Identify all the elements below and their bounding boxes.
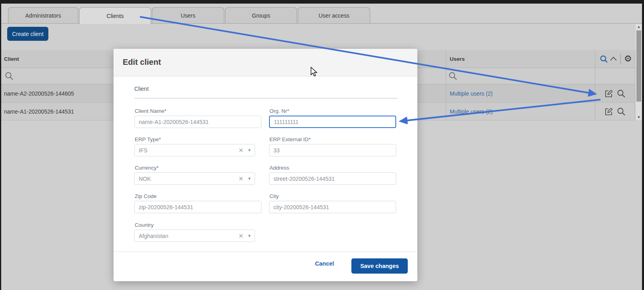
column-header-users[interactable]: Users <box>450 50 465 68</box>
clear-selection-icon[interactable]: ✕ <box>239 175 244 182</box>
field-label: Address <box>269 165 289 171</box>
field-label: ERP External ID* <box>269 136 311 142</box>
column-divider <box>595 50 595 120</box>
save-changes-button[interactable]: Save changes <box>351 258 408 274</box>
erp-external-id-input[interactable] <box>269 144 396 156</box>
dropdown-caret-icon[interactable]: ▼ <box>247 176 251 181</box>
field-org-nr: Org. Nr* <box>269 116 396 128</box>
field-erp-external-id: ERP External ID* <box>269 144 396 156</box>
field-address: Address <box>269 172 396 185</box>
address-input[interactable] <box>269 172 396 185</box>
client-name-cell: name-A1-20200526-144531 <box>4 103 74 120</box>
tab-users[interactable]: Users <box>152 7 224 23</box>
tab-label: Clients <box>107 13 124 19</box>
table-search-icon[interactable] <box>600 55 608 63</box>
dialog-title: Edit client <box>123 58 161 67</box>
tab-administrators[interactable]: Administrators <box>8 7 78 23</box>
scroll-down-icon[interactable]: ▼ <box>636 114 642 120</box>
scrollbar-thumb[interactable] <box>636 30 641 102</box>
multiple-users-link[interactable]: Multiple users (2) <box>450 90 492 97</box>
users-filter-search-icon[interactable] <box>449 68 457 84</box>
field-currency: Currency* NOK ✕ ▼ <box>134 172 255 185</box>
tab-groups[interactable]: Groups <box>225 7 297 23</box>
tab-label: User access <box>319 12 349 19</box>
city-input[interactable] <box>269 201 396 213</box>
field-client-name: Client Name* <box>134 116 261 128</box>
org-nr-input[interactable] <box>269 116 396 128</box>
window-top-edge <box>0 0 644 4</box>
table-right-edge <box>635 50 635 120</box>
window-right-edge <box>642 0 644 290</box>
section-divider <box>134 98 397 98</box>
field-city: City <box>269 201 396 213</box>
view-client-icon[interactable] <box>617 89 626 98</box>
tab-label: Groups <box>252 12 270 19</box>
header-icon-divider <box>620 54 621 64</box>
collapse-chevron-up-icon[interactable] <box>610 56 617 61</box>
app-window: Administrators Clients Users Groups User… <box>0 0 644 290</box>
edit-client-icon[interactable] <box>604 107 613 116</box>
selected-value: IFS <box>139 147 239 154</box>
client-filter-search-icon[interactable] <box>5 68 14 84</box>
field-label: ERP Type* <box>135 136 161 142</box>
field-label: Currency* <box>135 165 159 171</box>
client-name-input[interactable] <box>134 116 261 128</box>
field-zip-code: Zip Code <box>134 201 261 213</box>
tab-user-access[interactable]: User access <box>298 7 370 23</box>
erp-type-select[interactable]: IFS ✕ ▼ <box>134 144 255 156</box>
field-label: Country <box>135 222 154 228</box>
column-header-client[interactable]: Client <box>4 50 19 68</box>
country-select[interactable]: Afghanistan ✕ ▼ <box>134 230 255 242</box>
field-label: City <box>269 193 279 199</box>
selected-value: Afghanistan <box>139 233 239 239</box>
dropdown-caret-icon[interactable]: ▼ <box>247 234 251 238</box>
field-label: Zip Code <box>135 193 157 199</box>
dialog-header: Edit client <box>114 49 417 76</box>
field-label: Client Name* <box>135 108 167 114</box>
scroll-up-icon[interactable]: ▲ <box>636 24 642 30</box>
multiple-users-link[interactable]: Multiple users (2) <box>450 108 492 115</box>
view-client-icon[interactable] <box>617 107 626 116</box>
clear-selection-icon[interactable]: ✕ <box>239 232 244 240</box>
cancel-button[interactable]: Cancel <box>313 260 337 267</box>
zip-code-input[interactable] <box>134 201 261 213</box>
vertical-scrollbar[interactable]: ▲ ▼ <box>636 24 642 120</box>
client-name-cell: name-A2-20200526-144605 <box>4 84 74 102</box>
tab-label: Users <box>181 12 195 19</box>
create-client-button[interactable]: Create client <box>7 27 48 41</box>
dropdown-caret-icon[interactable]: ▼ <box>247 148 251 152</box>
field-country: Country Afghanistan ✕ ▼ <box>134 230 255 242</box>
table-settings-gear-icon[interactable]: ⚙ <box>624 54 632 63</box>
field-label: Org. Nr* <box>269 108 289 114</box>
currency-select[interactable]: NOK ✕ ▼ <box>134 172 255 185</box>
edit-client-icon[interactable] <box>604 89 613 98</box>
tab-clients[interactable]: Clients <box>79 7 151 24</box>
column-divider <box>446 50 446 120</box>
field-erp-type: ERP Type* IFS ✕ ▼ <box>134 144 255 156</box>
window-left-edge <box>0 0 1 290</box>
section-heading: Client <box>134 86 149 92</box>
clear-selection-icon[interactable]: ✕ <box>239 147 244 154</box>
tab-label: Administrators <box>25 12 61 19</box>
footer-divider <box>114 252 417 252</box>
selected-value: NOK <box>139 176 239 182</box>
edit-client-dialog: Edit client Client Client Name* Org. Nr*… <box>114 49 417 281</box>
